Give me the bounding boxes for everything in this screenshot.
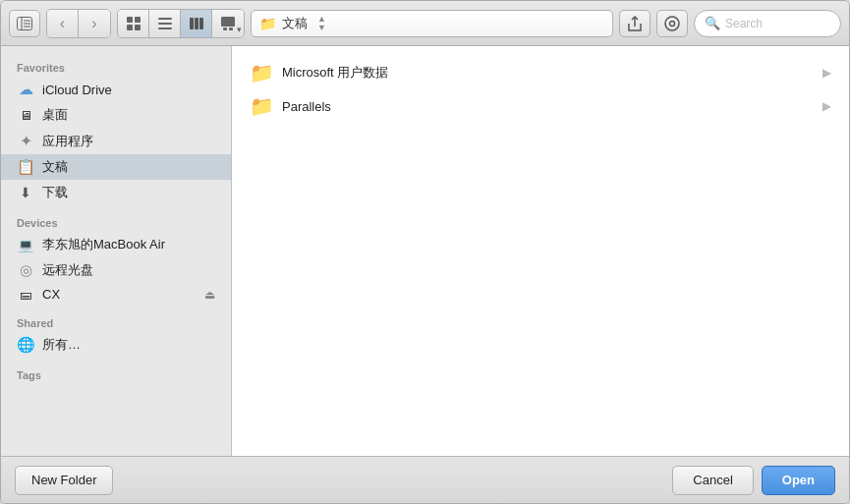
- svg-point-19: [665, 17, 679, 30]
- svg-rect-11: [158, 28, 172, 29]
- sidebar: Favorites ☁ iCloud Drive 🖥 桌面 ✦ 应用程序 📋 文…: [1, 46, 232, 456]
- sidebar-item-applications-label: 应用程序: [42, 133, 215, 150]
- macbook-icon: 💻: [17, 238, 34, 252]
- sidebar-item-remote-disc[interactable]: ◎ 远程光盘: [1, 257, 231, 283]
- applications-icon: ✦: [17, 132, 34, 150]
- sidebar-item-remote-disc-label: 远程光盘: [42, 261, 215, 279]
- sidebar-item-shared-all[interactable]: 🌐 所有…: [1, 332, 231, 358]
- forward-button[interactable]: ›: [79, 10, 110, 37]
- svg-rect-17: [229, 28, 233, 30]
- remote-disc-icon: ◎: [17, 261, 34, 279]
- file-area: 📁 Microsoft 用户数据 ▶ 📁 Parallels ▶: [232, 46, 849, 456]
- svg-rect-15: [221, 17, 235, 27]
- shared-section-label: Shared: [1, 311, 231, 332]
- search-icon: 🔍: [705, 16, 720, 30]
- chevron-left-icon: ‹: [60, 15, 65, 32]
- shared-all-icon: 🌐: [17, 336, 34, 354]
- svg-rect-13: [195, 18, 198, 29]
- burn-button[interactable]: [656, 10, 688, 37]
- sidebar-item-macbook[interactable]: 💻 李东旭的MacBook Air: [1, 232, 231, 257]
- arrow-microsoft: ▶: [822, 66, 831, 80]
- eject-cx-button[interactable]: ⏏: [204, 288, 215, 302]
- svg-rect-8: [135, 25, 141, 30]
- sidebar-item-documents[interactable]: 📋 文稿: [1, 154, 231, 180]
- file-name-parallels: Parallels: [282, 99, 815, 114]
- svg-rect-16: [223, 28, 227, 30]
- search-box[interactable]: 🔍 Search: [694, 10, 841, 37]
- sidebar-item-cx[interactable]: 🖴 CX ⏏: [1, 283, 231, 306]
- file-row-parallels[interactable]: 📁 Parallels ▶: [242, 89, 839, 123]
- sidebar-item-icloud-drive[interactable]: ☁ iCloud Drive: [1, 77, 231, 102]
- file-name-microsoft: Microsoft 用户数据: [282, 64, 815, 82]
- open-button[interactable]: Open: [762, 466, 835, 495]
- finder-window: ‹ ›: [0, 0, 850, 504]
- bottom-bar: New Folder Cancel Open: [1, 456, 849, 503]
- list-view-button[interactable]: [149, 10, 181, 37]
- path-bar[interactable]: 📁 文稿 ▲ ▼: [251, 10, 613, 37]
- main-content: Favorites ☁ iCloud Drive 🖥 桌面 ✦ 应用程序 📋 文…: [1, 46, 849, 456]
- tags-section-label: Tags: [1, 364, 231, 384]
- svg-rect-10: [158, 23, 172, 25]
- sidebar-item-applications[interactable]: ✦ 应用程序: [1, 128, 231, 154]
- chevron-right-icon: ›: [91, 15, 96, 32]
- file-row-microsoft[interactable]: 📁 Microsoft 用户数据 ▶: [242, 56, 839, 89]
- nav-button-group: ‹ ›: [46, 9, 111, 38]
- back-button[interactable]: ‹: [47, 10, 79, 37]
- path-arrows: ▲ ▼: [317, 15, 326, 32]
- devices-section-label: Devices: [1, 211, 231, 232]
- cx-drive-icon: 🖴: [17, 288, 34, 302]
- svg-rect-7: [127, 25, 133, 30]
- sidebar-toggle-button[interactable]: [9, 10, 40, 37]
- sidebar-item-cx-label: CX: [42, 287, 197, 302]
- sidebar-item-icloud-drive-label: iCloud Drive: [42, 83, 215, 97]
- svg-rect-12: [190, 18, 194, 29]
- column-view-button[interactable]: [181, 10, 212, 37]
- sidebar-item-desktop[interactable]: 🖥 桌面: [1, 102, 231, 128]
- cancel-button[interactable]: Cancel: [672, 466, 753, 495]
- favorites-section-label: Favorites: [1, 56, 231, 77]
- svg-point-20: [670, 21, 675, 26]
- downloads-icon: ⬇: [17, 185, 34, 200]
- desktop-icon: 🖥: [17, 108, 34, 123]
- search-placeholder: Search: [725, 17, 763, 30]
- share-button[interactable]: [619, 10, 651, 37]
- arrow-parallels: ▶: [822, 99, 831, 113]
- gallery-view-button[interactable]: ▾: [212, 10, 244, 37]
- documents-icon: 📋: [17, 158, 34, 176]
- sidebar-item-macbook-label: 李东旭的MacBook Air: [42, 236, 215, 253]
- folder-icon: 📁: [259, 16, 276, 31]
- new-folder-button[interactable]: New Folder: [15, 466, 113, 495]
- svg-rect-5: [127, 17, 133, 23]
- folder-microsoft-icon: 📁: [250, 61, 274, 84]
- sidebar-item-documents-label: 文稿: [42, 158, 215, 176]
- svg-rect-6: [135, 17, 141, 23]
- path-text: 文稿: [282, 15, 308, 32]
- sidebar-item-downloads[interactable]: ⬇ 下载: [1, 180, 231, 205]
- folder-parallels-icon: 📁: [250, 94, 274, 118]
- sidebar-item-downloads-label: 下载: [42, 184, 215, 201]
- sidebar-item-desktop-label: 桌面: [42, 106, 215, 124]
- toolbar: ‹ ›: [1, 1, 849, 46]
- sidebar-item-shared-all-label: 所有…: [42, 336, 215, 354]
- svg-rect-14: [199, 18, 203, 29]
- svg-rect-9: [158, 18, 172, 20]
- icon-view-button[interactable]: [118, 10, 149, 37]
- icloud-icon: ☁: [17, 81, 34, 98]
- view-button-group: ▾: [117, 9, 245, 38]
